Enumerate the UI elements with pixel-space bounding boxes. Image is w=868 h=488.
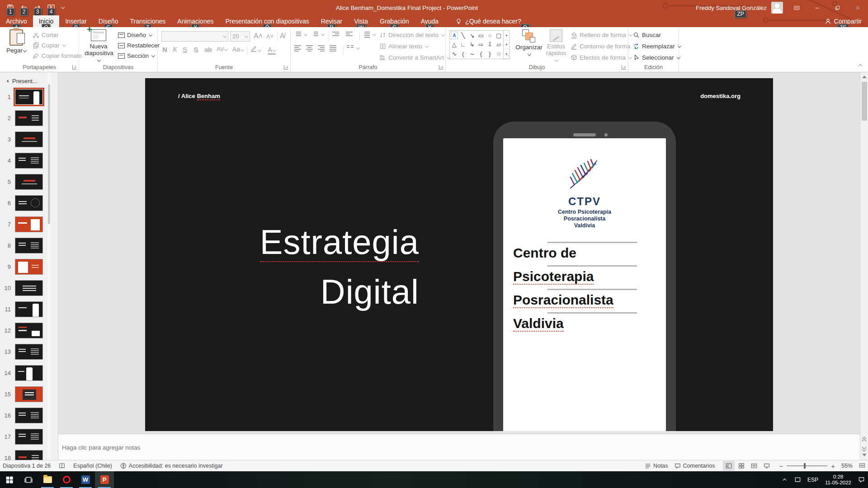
- tab-transiciones[interactable]: TransicionesT: [124, 15, 171, 27]
- slide-thumbnail[interactable]: [15, 280, 43, 296]
- fit-slide-button[interactable]: [859, 462, 865, 470]
- gallery-down-icon[interactable]: ▼: [504, 40, 509, 50]
- new-slide-button[interactable]: + Nueva diapositiva: [85, 29, 113, 63]
- slide-thumbnail[interactable]: [15, 344, 43, 360]
- shape-effects-button[interactable]: Efectos de forma: [571, 54, 632, 61]
- notes-toggle[interactable]: Notas: [645, 463, 668, 469]
- opera-button[interactable]: [57, 471, 76, 488]
- thumbnail-scrollbar[interactable]: [47, 72, 51, 460]
- slide-thumbnail[interactable]: [15, 131, 43, 147]
- slide-thumbnail[interactable]: [15, 301, 43, 317]
- zoom-percentage[interactable]: 55%: [841, 463, 853, 469]
- portapapeles-dialog-launcher[interactable]: [72, 65, 77, 70]
- show-hidden-icons-button[interactable]: [778, 471, 791, 488]
- shape-right-brace-icon[interactable]: }: [486, 49, 495, 59]
- paste-button[interactable]: Pegar: [5, 29, 28, 54]
- font-size-combo[interactable]: 20: [230, 31, 250, 42]
- font-color-button[interactable]: A: [268, 46, 276, 55]
- reset-slide-button[interactable]: Restablecer: [118, 42, 160, 49]
- arrange-button[interactable]: Organizar: [514, 29, 543, 57]
- underline-button[interactable]: S: [183, 46, 187, 53]
- shapes-gallery-scrollbar[interactable]: ▲▼▼̲: [503, 31, 509, 59]
- shape-arc-icon[interactable]: (: [459, 49, 468, 59]
- shape-rounded-rectangle-icon[interactable]: ▢: [494, 31, 503, 40]
- increase-indent-button[interactable]: [346, 32, 353, 38]
- share-button[interactable]: Compartir ZS: [825, 15, 862, 27]
- slide-thumbnail[interactable]: [15, 174, 43, 190]
- decrease-font-button[interactable]: A˅: [266, 33, 274, 40]
- editor-scrollbar[interactable]: [860, 72, 868, 460]
- ribbon-display-options-button[interactable]: [787, 0, 807, 15]
- fuente-dialog-launcher[interactable]: [284, 65, 288, 70]
- slide-thumbnail[interactable]: [15, 110, 43, 126]
- align-right-button[interactable]: [318, 45, 325, 51]
- previous-slide-button[interactable]: [862, 437, 867, 441]
- tab-diseno[interactable]: DiseñoG: [93, 15, 124, 27]
- reading-view-button[interactable]: [748, 461, 760, 471]
- convert-smartart-button[interactable]: Convertir a SmartArt: [379, 54, 450, 61]
- slide-thumbnail[interactable]: [15, 429, 43, 445]
- slide-title-textbox[interactable]: Estrategia Digital: [145, 217, 419, 317]
- restore-button[interactable]: [827, 0, 848, 15]
- zoom-slider[interactable]: [787, 465, 827, 466]
- slide-thumbnail[interactable]: [15, 450, 43, 460]
- strikethrough-button[interactable]: ab: [204, 46, 212, 53]
- slide-thumbnail[interactable]: [15, 408, 43, 423]
- tab-inicio[interactable]: InicioO: [33, 15, 60, 27]
- text-shadow-button[interactable]: S: [193, 46, 198, 53]
- start-button[interactable]: [0, 471, 19, 488]
- shape-elbow-arrow-icon[interactable]: ↳: [467, 40, 476, 50]
- taskbar-clock[interactable]: 0:28 11-05-2022: [821, 474, 855, 486]
- tab-insertar[interactable]: InsertarB: [59, 15, 92, 27]
- shape-elbow-connector-icon[interactable]: ∟: [459, 40, 468, 50]
- tray-device-button[interactable]: [791, 471, 804, 488]
- zoom-out-button[interactable]: −: [779, 462, 783, 470]
- select-button[interactable]: Seleccionar: [633, 54, 680, 61]
- thumbnail-scrollbar-thumb[interactable]: [48, 84, 50, 224]
- shape-textbox-icon[interactable]: A: [451, 32, 458, 39]
- tell-me-search[interactable]: ¿Qué desea hacer? Q: [452, 15, 525, 27]
- account-name[interactable]: Freddy Sandoval GonzálezZP: [696, 5, 767, 11]
- gallery-more-icon[interactable]: ▼̲: [504, 49, 509, 59]
- cut-button[interactable]: Cortar: [33, 32, 59, 38]
- shapes-gallery[interactable]: A╲↘▭○▢△∟↳⇨⇩▱∿(∼{}☆ ▲▼▼̲: [449, 30, 510, 59]
- shape-arrow-icon[interactable]: ↘: [467, 31, 476, 40]
- slide-thumbnail[interactable]: [15, 216, 43, 232]
- decrease-indent-button[interactable]: [332, 32, 339, 38]
- shape-star-icon[interactable]: ☆: [494, 49, 503, 59]
- zoom-in-button[interactable]: +: [831, 462, 835, 470]
- bold-button[interactable]: N: [162, 46, 167, 53]
- character-spacing-button[interactable]: AV: [217, 46, 227, 52]
- font-name-combo[interactable]: [161, 31, 228, 42]
- powerpoint-button[interactable]: P: [95, 471, 114, 488]
- shape-down-arrow-icon[interactable]: ⇩: [486, 40, 495, 50]
- change-case-button[interactable]: Aa: [232, 46, 244, 53]
- shape-scribble-icon[interactable]: ∿: [450, 49, 459, 59]
- comments-toggle[interactable]: Comentarios: [675, 463, 715, 469]
- phone-mockup[interactable]: CTPV Centro Psicoterapia Posracionalista…: [493, 122, 676, 431]
- slide-thumbnail[interactable]: [15, 259, 43, 275]
- shape-fill-button[interactable]: Relleno de forma: [571, 32, 632, 38]
- tab-archivo[interactable]: ArchivoA: [0, 15, 33, 27]
- section-collapse-icon[interactable]: [7, 80, 10, 83]
- collapse-ribbon-icon[interactable]: [859, 64, 862, 68]
- shapes-grid[interactable]: A╲↘▭○▢△∟↳⇨⇩▱∿(∼{}☆: [450, 31, 503, 59]
- zoom-slider-thumb[interactable]: [804, 463, 806, 469]
- text-direction-button[interactable]: Dirección del texto: [379, 32, 444, 38]
- align-left-button[interactable]: [294, 45, 301, 51]
- action-center-button[interactable]: [855, 471, 868, 488]
- slide-thumbnail[interactable]: [15, 89, 43, 105]
- proofing-status[interactable]: [59, 463, 65, 469]
- tab-vista[interactable]: VistaW: [348, 15, 374, 27]
- tab-grabacion[interactable]: GrabaciónC: [374, 15, 415, 27]
- slide-sorter-view-button[interactable]: [736, 461, 747, 471]
- task-view-button[interactable]: [19, 471, 38, 488]
- slide-site-text[interactable]: domestika.org: [700, 93, 741, 99]
- quick-styles-button[interactable]: Estilosrápidos: [545, 29, 567, 63]
- numbering-button[interactable]: [311, 32, 324, 38]
- copy-button[interactable]: Copiar: [33, 42, 66, 49]
- scroll-down-icon[interactable]: [862, 454, 867, 456]
- replace-button[interactable]: Reemplazar: [633, 43, 681, 50]
- slide-thumbnail[interactable]: [15, 153, 43, 169]
- increase-font-button[interactable]: A˄: [254, 32, 263, 40]
